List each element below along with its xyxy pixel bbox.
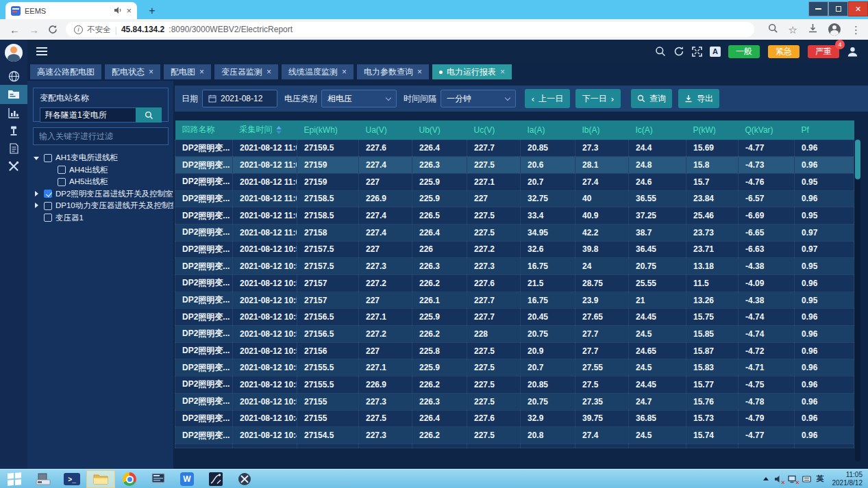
tree-checkbox[interactable] — [44, 202, 52, 210]
search-icon[interactable] — [655, 46, 666, 57]
tree-node[interactable]: DP2照明变压器进线开关及控制室 — [27, 188, 173, 201]
bookmark-star-icon[interactable]: ☆ — [789, 25, 797, 35]
date-input[interactable]: 2021-08-12 — [202, 90, 277, 107]
table-row[interactable]: DP2照明变...2021-08-12 10:5627157227226.122… — [175, 292, 854, 309]
table-row[interactable]: DP2照明变...2021-08-12 10:5527156.5227.1225… — [175, 309, 854, 326]
server-manager-icon[interactable] — [29, 470, 58, 488]
start-icon[interactable] — [0, 470, 29, 488]
table-scrollbar[interactable] — [855, 140, 860, 461]
table-row[interactable]: DP2照明变...2021-08-12 11:0027158227.4226.4… — [175, 224, 854, 241]
column-header[interactable]: 回路名称 — [175, 120, 233, 140]
wps-icon[interactable]: W — [173, 470, 201, 488]
column-header[interactable]: Ia(A) — [521, 120, 575, 140]
tree-checkbox[interactable] — [58, 166, 66, 174]
tree-node[interactable]: AH1变电所进线柜 — [27, 152, 173, 164]
table-row[interactable]: DP2照明变...2021-08-12 10:4927155227.5226.4… — [175, 410, 854, 427]
browser-menu-icon[interactable]: ⋮ — [851, 25, 861, 35]
tab-close-icon[interactable]: × — [500, 68, 505, 76]
table-row[interactable]: DP2照明变...2021-08-12 11:0227158.5226.9225… — [175, 190, 854, 207]
next-day-button[interactable]: 下一日 › — [575, 89, 621, 108]
station-input[interactable] — [40, 107, 136, 123]
tab-close-icon[interactable]: × — [126, 6, 132, 15]
new-tab-button[interactable]: + — [145, 4, 159, 18]
hammer-icon[interactable] — [0, 122, 27, 140]
tab-close-icon[interactable]: × — [417, 68, 422, 76]
table-row[interactable]: DP2照明变...2021-08-12 11:0527159.5227.6226… — [175, 140, 854, 157]
ime-icon[interactable] — [802, 475, 811, 483]
sort-icon[interactable] — [276, 126, 282, 134]
zoom-search-icon[interactable] — [768, 23, 778, 36]
fullscreen-icon[interactable] — [692, 47, 702, 57]
monitor-app-icon[interactable] — [144, 470, 173, 488]
table-row[interactable]: DP2照明变...2021-08-12 10:5427156.5227.2226… — [175, 326, 854, 343]
table-row[interactable]: DP2照明变...2021-08-12 10:5727157227.2226.2… — [175, 275, 854, 292]
scrollbar-thumb[interactable] — [855, 140, 860, 179]
column-header[interactable]: Ib(A) — [575, 120, 629, 140]
tree-node[interactable]: DP10动力变压器进线开关及控制室 — [27, 200, 173, 212]
page-tab[interactable]: 线缆温度监测× — [282, 64, 354, 79]
tree-node[interactable]: AH5出线柜 — [27, 176, 173, 188]
monitor-folder-icon[interactable] — [0, 85, 27, 104]
station-search-button[interactable] — [136, 107, 162, 123]
tools-icon[interactable] — [0, 157, 27, 175]
user-icon[interactable] — [847, 46, 858, 57]
column-header[interactable]: Uc(V) — [467, 120, 521, 140]
table-row[interactable]: DP2照明变...2021-08-12 10:5227155.5227.1225… — [175, 359, 854, 376]
network-tool-icon[interactable] — [201, 470, 230, 488]
tree-checkbox[interactable] — [44, 190, 52, 198]
column-header[interactable]: Q(kVar) — [739, 120, 795, 140]
column-header[interactable]: Ua(V) — [359, 120, 412, 140]
page-tab[interactable]: 变压器监测× — [214, 64, 278, 79]
chart-icon[interactable] — [0, 104, 27, 122]
expander-icon[interactable] — [33, 202, 40, 209]
query-button[interactable]: 查询 — [631, 89, 672, 108]
chrome-icon[interactable] — [115, 470, 144, 488]
column-header[interactable]: Pf — [795, 120, 854, 140]
maximize-button[interactable] — [828, 1, 848, 16]
file-explorer-icon[interactable] — [86, 470, 115, 488]
settings-tool-icon[interactable] — [230, 470, 259, 488]
table-row[interactable]: DP2照明变...2021-08-12 10:4827154.5227.3226… — [175, 427, 854, 444]
volume-muted-icon[interactable]: × — [774, 475, 782, 483]
tab-close-icon[interactable]: × — [342, 68, 347, 76]
column-header[interactable]: P(kW) — [686, 120, 739, 140]
tab-close-icon[interactable]: × — [266, 68, 271, 76]
alarm-button-紧急[interactable]: 紧急 — [768, 45, 799, 58]
tab-close-icon[interactable]: × — [149, 68, 153, 76]
address-bar[interactable]: i 不安全 | 45.84.134.2 :8090/3000WEBV2/Elec… — [66, 22, 754, 37]
interval-select[interactable]: 一分钟 — [441, 90, 516, 107]
alarm-button-一般[interactable]: 一般 — [728, 45, 760, 58]
globe-icon[interactable] — [0, 67, 27, 85]
browser-tab[interactable]: EEMS × — [5, 2, 137, 19]
table-row[interactable]: DP2照明变...2021-08-12 10:5127155.5226.9226… — [175, 376, 854, 394]
table-row[interactable]: DP2照明变...2021-08-12 10:5027155227.3226.3… — [175, 393, 854, 410]
page-tab[interactable]: 电力运行报表× — [432, 64, 512, 79]
table-row[interactable]: DP2照明变...2021-08-12 11:0427159227.4226.3… — [175, 157, 854, 174]
column-header[interactable]: Ub(V) — [412, 120, 467, 140]
minimize-button[interactable] — [808, 1, 828, 16]
column-header[interactable]: Ic(A) — [629, 120, 686, 140]
expander-icon[interactable] — [33, 154, 40, 162]
report-icon[interactable] — [0, 140, 27, 157]
tab-audio-icon[interactable] — [114, 5, 122, 17]
close-button[interactable]: ✕ — [848, 1, 868, 16]
prev-day-button[interactable]: ‹ 上一日 — [525, 89, 570, 108]
table-row[interactable]: DP2照明变...2021-08-12 11:0327159227225.922… — [175, 173, 854, 190]
tree-checkbox[interactable] — [58, 178, 66, 186]
download-icon[interactable] — [808, 23, 818, 36]
voltage-select[interactable]: 相电压 — [321, 90, 397, 107]
column-header[interactable]: Epi(kWh) — [297, 120, 359, 140]
powershell-icon[interactable]: >_ — [58, 470, 86, 488]
tray-expand-icon[interactable] — [763, 477, 769, 480]
expander-icon[interactable] — [33, 190, 40, 198]
table-row[interactable]: DP2照明变...2021-08-12 10:5327156227225.822… — [175, 342, 854, 359]
page-tab[interactable]: 电力参数查询× — [357, 64, 429, 79]
column-header[interactable]: 采集时间 — [233, 120, 297, 140]
user-avatar[interactable] — [5, 44, 23, 62]
info-icon[interactable]: i — [74, 25, 83, 34]
ime-label[interactable]: 英 — [817, 474, 824, 484]
menu-toggle-icon[interactable] — [36, 47, 47, 55]
refresh-icon[interactable] — [48, 25, 58, 34]
sync-icon[interactable] — [673, 46, 684, 57]
table-row[interactable]: DP2照明变...2021-08-12 10:5927157.522722622… — [175, 241, 854, 258]
